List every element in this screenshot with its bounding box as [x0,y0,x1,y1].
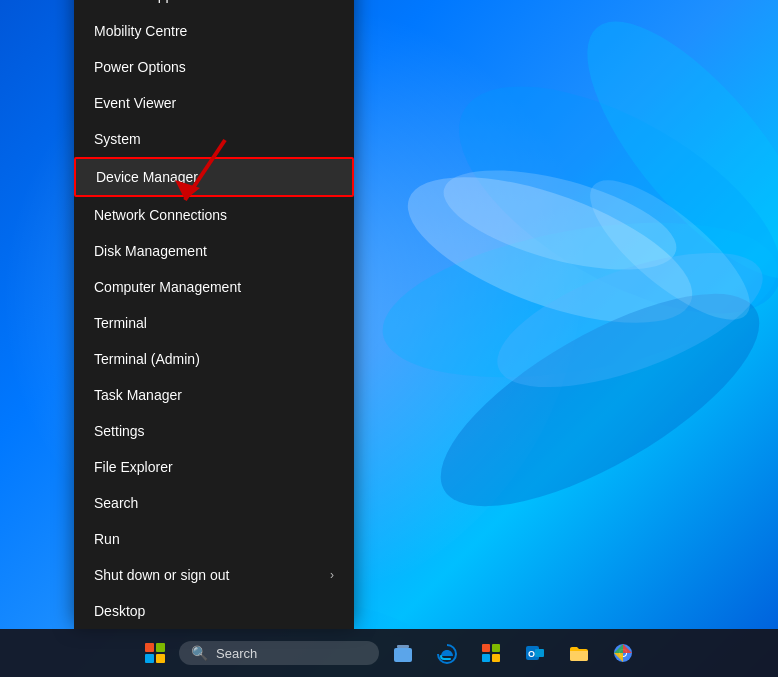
taskbar-icon-file-explorer[interactable] [559,633,599,673]
svg-rect-15 [492,654,500,662]
menu-item-label-run: Run [94,531,120,547]
search-icon: 🔍 [191,645,208,661]
edge-icon [436,642,458,664]
menu-item-terminal-admin[interactable]: Terminal (Admin) [74,341,354,377]
start-button[interactable] [135,633,175,673]
menu-item-power-options[interactable]: Power Options [74,49,354,85]
menu-item-label-terminal-admin: Terminal (Admin) [94,351,200,367]
submenu-chevron-shut-down: › [330,568,334,582]
svg-rect-18 [535,649,544,657]
menu-item-event-viewer[interactable]: Event Viewer [74,85,354,121]
menu-item-label-shut-down: Shut down or sign out [94,567,229,583]
menu-item-label-disk-management: Disk Management [94,243,207,259]
menu-item-label-network-connections: Network Connections [94,207,227,223]
menu-item-terminal[interactable]: Terminal [74,305,354,341]
menu-item-search[interactable]: Search [74,485,354,521]
svg-text:O: O [528,649,535,659]
svg-rect-12 [482,644,490,652]
menu-item-label-terminal: Terminal [94,315,147,331]
menu-item-settings[interactable]: Settings [74,413,354,449]
menu-item-disk-management[interactable]: Disk Management [74,233,354,269]
taskbar-icon-outlook[interactable]: O [515,633,555,673]
menu-item-computer-management[interactable]: Computer Management [74,269,354,305]
menu-item-device-manager[interactable]: Device Manager [74,157,354,197]
desktop: Installed appsMobility CentrePower Optio… [0,0,778,677]
menu-item-label-mobility-centre: Mobility Centre [94,23,187,39]
menu-item-label-computer-management: Computer Management [94,279,241,295]
menu-item-network-connections[interactable]: Network Connections [74,197,354,233]
file-explorer-icon [568,642,590,664]
taskbar-icon-store[interactable] [471,633,511,673]
menu-item-label-task-manager: Task Manager [94,387,182,403]
menu-item-label-device-manager: Device Manager [96,169,198,185]
menu-item-label-file-explorer: File Explorer [94,459,173,475]
taskbar: 🔍 Search [0,629,778,677]
svg-rect-14 [482,654,490,662]
taskbar-icon-edge[interactable] [427,633,467,673]
menu-item-task-manager[interactable]: Task Manager [74,377,354,413]
menu-item-desktop[interactable]: Desktop [74,593,354,629]
menu-item-label-settings: Settings [94,423,145,439]
menu-item-label-installed-apps: Installed apps [94,0,180,3]
menu-item-installed-apps[interactable]: Installed apps [74,0,354,13]
windows-logo [145,643,165,663]
chrome-icon [612,642,634,664]
menu-item-label-search: Search [94,495,138,511]
svg-rect-11 [397,645,409,648]
taskbar-icon-files[interactable] [383,633,423,673]
menu-item-label-event-viewer: Event Viewer [94,95,176,111]
menu-item-system[interactable]: System [74,121,354,157]
menu-item-shut-down[interactable]: Shut down or sign out› [74,557,354,593]
store-icon [480,642,502,664]
menu-item-label-desktop: Desktop [94,603,145,619]
menu-item-label-power-options: Power Options [94,59,186,75]
outlook-icon: O [524,642,546,664]
menu-item-label-system: System [94,131,141,147]
menu-item-mobility-centre[interactable]: Mobility Centre [74,13,354,49]
landscape-icon [392,642,414,664]
taskbar-search-label: Search [216,646,257,661]
svg-rect-10 [394,648,412,662]
taskbar-icon-chrome[interactable] [603,633,643,673]
menu-item-run[interactable]: Run [74,521,354,557]
context-menu: Installed appsMobility CentrePower Optio… [74,0,354,629]
menu-item-file-explorer[interactable]: File Explorer [74,449,354,485]
svg-rect-13 [492,644,500,652]
taskbar-search[interactable]: 🔍 Search [179,641,379,665]
